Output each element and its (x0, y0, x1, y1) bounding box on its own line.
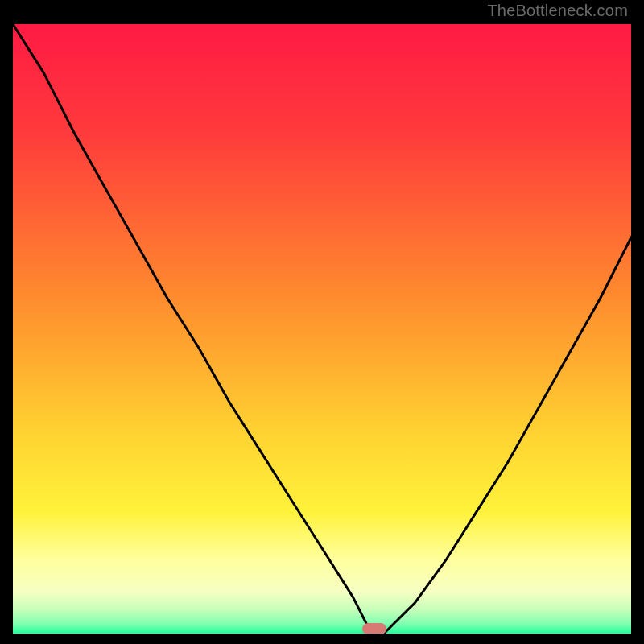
optimal-marker (362, 623, 386, 634)
bottleneck-curve (13, 24, 631, 634)
chart-frame: TheBottleneck.com (0, 0, 644, 644)
plot-area (13, 24, 631, 634)
watermark-text: TheBottleneck.com (487, 2, 628, 20)
